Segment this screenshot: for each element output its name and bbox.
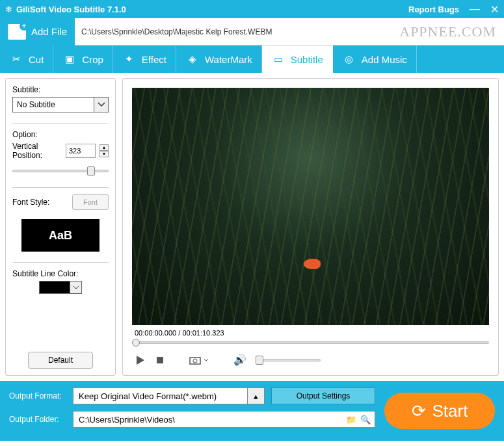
- minimize-button[interactable]: —: [470, 3, 480, 15]
- tab-crop-label: Crop: [82, 54, 103, 65]
- volume-slider[interactable]: [256, 358, 321, 363]
- close-button[interactable]: ✕: [490, 3, 499, 16]
- fontstyle-label: Font Style:: [12, 198, 68, 207]
- output-folder-value: C:\Users\Sprinkle\Videos\: [79, 415, 175, 425]
- add-file-label: Add File: [31, 26, 67, 37]
- video-preview: [132, 88, 489, 325]
- subtitle-icon: ▭: [271, 52, 285, 66]
- app-icon: ❄: [5, 5, 12, 14]
- stop-button[interactable]: [155, 356, 165, 365]
- refresh-icon: ⟳: [412, 401, 426, 421]
- vpos-slider[interactable]: [12, 165, 109, 177]
- video-frame: [132, 88, 489, 325]
- report-bugs-link[interactable]: Report Bugs: [408, 5, 459, 14]
- tab-addmusic-label: Add Music: [362, 54, 407, 65]
- divider: [12, 262, 109, 263]
- tab-crop[interactable]: ▣ Crop: [53, 46, 113, 73]
- output-folder-label: Output Folder:: [9, 415, 66, 424]
- tab-effect-label: Effect: [142, 54, 166, 65]
- line-color-dropdown[interactable]: [70, 281, 82, 294]
- svg-point-2: [193, 359, 197, 363]
- sidebar: Subtitle: No Subtitle Option: Vertical P…: [5, 78, 116, 376]
- browse-icon[interactable]: 🔍: [360, 415, 371, 425]
- seek-thumb[interactable]: [132, 339, 140, 347]
- default-button[interactable]: Default: [28, 352, 93, 369]
- tab-watermark-label: WaterMark: [205, 54, 252, 65]
- app-title: GiliSoft Video Subtitle 7.1.0: [16, 5, 408, 14]
- option-label: Option:: [12, 130, 109, 139]
- open-folder-icon[interactable]: 📁: [346, 415, 356, 425]
- divider: [12, 187, 109, 188]
- wand-icon: ✦: [122, 52, 137, 66]
- divider: [12, 123, 109, 124]
- snapshot-button[interactable]: [189, 356, 201, 365]
- chevron-up-icon: ▴: [247, 388, 264, 404]
- main: Subtitle: No Subtitle Option: Vertical P…: [0, 73, 504, 381]
- crop-icon: ▣: [62, 52, 77, 66]
- subtitle-select-value: No Subtitle: [17, 100, 55, 109]
- output-format-label: Output Format:: [9, 391, 66, 400]
- timecode: 00:00:00.000 / 00:01:10.323: [132, 325, 489, 338]
- tab-effect[interactable]: ✦ Effect: [113, 46, 176, 73]
- file-path: C:\Users\Sprinkle\Desktop\Majestic Kelp …: [75, 27, 399, 36]
- tab-watermark[interactable]: ◈ WaterMark: [176, 46, 262, 73]
- video-frame-detail: [304, 259, 321, 269]
- volume-track: [256, 359, 321, 361]
- slider-thumb[interactable]: [87, 166, 95, 176]
- bottom-bar: Output Format: Keep Original Video Forma…: [0, 381, 504, 441]
- vpos-label: Vertical Position:: [12, 142, 62, 160]
- droplet-icon: ◈: [185, 52, 200, 66]
- spinner-down-icon[interactable]: ▼: [99, 151, 109, 157]
- output-format-select[interactable]: Keep Original Video Format(*.webm) ▴: [73, 387, 265, 404]
- vpos-input[interactable]: [66, 144, 96, 158]
- music-icon: ◎: [342, 52, 356, 66]
- add-file-icon: [8, 24, 26, 40]
- tab-subtitle[interactable]: ▭ Subtitle: [262, 46, 333, 73]
- font-button[interactable]: Font: [72, 194, 109, 210]
- svg-rect-0: [157, 357, 163, 363]
- volume-icon[interactable]: 🔊: [233, 354, 246, 366]
- watermark-text: APPNEE.COM: [399, 23, 504, 40]
- linecolor-label: Subtitle Line Color:: [12, 269, 109, 278]
- titlebar: ❄ GiliSoft Video Subtitle 7.1.0 Report B…: [0, 0, 504, 18]
- player: 00:00:00.000 / 00:01:10.323 🔊: [122, 78, 499, 376]
- start-button-label: Start: [432, 401, 468, 421]
- seek-track: [132, 341, 489, 344]
- output-folder-input[interactable]: C:\Users\Sprinkle\Videos\ 📁 🔍: [73, 411, 375, 428]
- add-file-button[interactable]: Add File: [0, 18, 75, 46]
- snapshot-dropdown[interactable]: [204, 358, 209, 362]
- tab-cut[interactable]: ✂ Cut: [0, 46, 53, 73]
- start-button[interactable]: ⟳ Start: [384, 393, 495, 429]
- line-color-swatch: [39, 281, 70, 294]
- output-settings-button[interactable]: Output Settings: [271, 387, 375, 404]
- chevron-down-icon: [94, 98, 108, 112]
- seek-slider[interactable]: [132, 338, 489, 347]
- tab-cut-label: Cut: [29, 54, 44, 65]
- tab-subtitle-label: Subtitle: [291, 54, 323, 65]
- tabbar: ✂ Cut ▣ Crop ✦ Effect ◈ WaterMark ▭ Subt…: [0, 46, 504, 73]
- subtitle-select[interactable]: No Subtitle: [12, 97, 109, 112]
- filebar: Add File C:\Users\Sprinkle\Desktop\Majes…: [0, 18, 504, 46]
- font-preview: AaB: [21, 219, 99, 252]
- play-button[interactable]: [135, 354, 146, 366]
- spinner-up-icon[interactable]: ▲: [99, 144, 109, 151]
- volume-thumb[interactable]: [256, 356, 263, 365]
- tab-addmusic[interactable]: ◎ Add Music: [333, 46, 417, 73]
- vpos-spinner[interactable]: ▲ ▼: [99, 144, 109, 157]
- subtitle-label: Subtitle:: [12, 85, 109, 94]
- output-format-value: Keep Original Video Format(*.webm): [79, 391, 217, 401]
- player-controls: 🔊: [132, 354, 489, 366]
- scissors-icon: ✂: [9, 52, 23, 66]
